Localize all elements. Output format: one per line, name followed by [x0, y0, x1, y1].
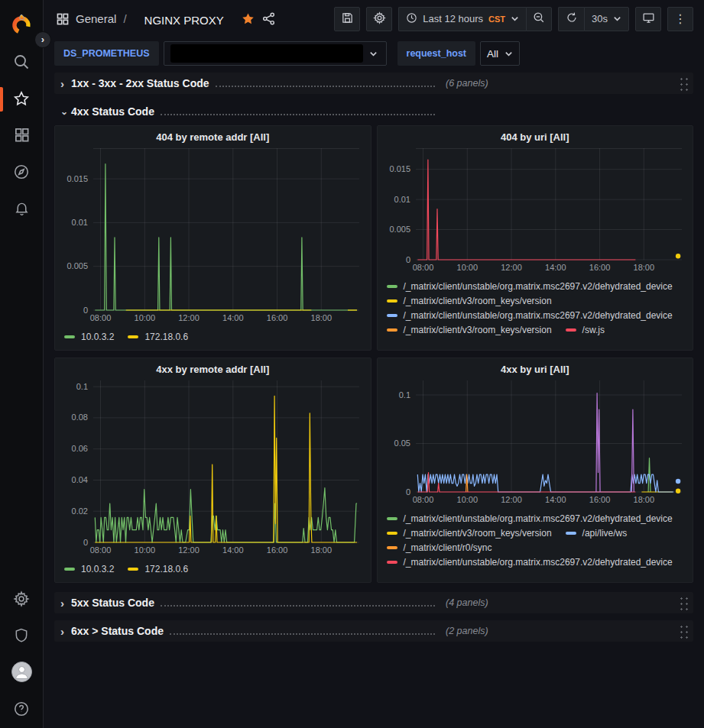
- top-nav-actions: Last 12 hours CST: [334, 7, 693, 31]
- chevron-down-icon: [504, 50, 513, 58]
- gear-icon: [373, 11, 386, 27]
- legend-label: /_matrix/client/v3/room_keys/version: [404, 528, 552, 539]
- breadcrumb-dashboard[interactable]: NGINX PROXY: [134, 11, 235, 27]
- row-drag-handle[interactable]: [678, 623, 689, 639]
- kebab-icon: ⋮: [674, 11, 686, 26]
- sidebar-item-help[interactable]: [0, 691, 44, 728]
- legend-label: /sw.js: [582, 325, 605, 335]
- legend-item[interactable]: /_matrix/client/unstable/org.matrix.msc2…: [387, 281, 673, 292]
- refresh-icon: [566, 11, 578, 26]
- sidebar-item-dashboards[interactable]: [0, 118, 44, 154]
- legend-item[interactable]: /api/live/ws: [566, 528, 628, 539]
- svg-text:08:00: 08:00: [412, 495, 433, 504]
- svg-text:12:00: 12:00: [501, 263, 522, 272]
- legend-item[interactable]: /_matrix/client/unstable/org.matrix.msc2…: [387, 310, 673, 321]
- row-toggle-5xx[interactable]: › 5xx Status Code (4 panels): [54, 597, 693, 610]
- share-icon[interactable]: [261, 11, 276, 26]
- row-toggle-4xx[interactable]: ⌄ 4xx Status Code: [54, 105, 693, 118]
- panel-title[interactable]: 404 by remote addr [All]: [63, 131, 363, 148]
- legend-label: /_matrix/client/v3/room_keys/version: [404, 296, 552, 306]
- panel-4xx-by-remote-addr: 4xx by remote addr [All] 08:0010:0012:00…: [54, 358, 371, 583]
- app-root: ›: [0, 0, 704, 728]
- search-icon: [13, 53, 30, 73]
- row-5xx: › 5xx Status Code (4 panels): [54, 592, 693, 613]
- legend-item[interactable]: /_matrix/client/r0/sync: [387, 542, 492, 553]
- sidebar-item-profile[interactable]: [0, 655, 44, 691]
- zoom-out-time-button[interactable]: [526, 7, 552, 31]
- breadcrumb-section[interactable]: General: [76, 12, 116, 25]
- svg-text:0: 0: [405, 255, 410, 264]
- legend-item[interactable]: /sw.js: [566, 325, 605, 335]
- legend-item[interactable]: /_matrix/client/unstable/org.matrix.msc2…: [387, 557, 673, 568]
- legend-item[interactable]: 10.0.3.2: [64, 564, 114, 574]
- redacted-value: [170, 44, 363, 63]
- sidebar-item-server-admin[interactable]: [0, 618, 44, 655]
- time-range-picker[interactable]: Last 12 hours CST: [398, 7, 526, 31]
- sidebar-item-starred[interactable]: [0, 81, 44, 118]
- svg-text:0.05: 0.05: [394, 438, 410, 448]
- breadcrumb: General / NGINX PROXY: [76, 11, 235, 27]
- tv-mode-button[interactable]: [635, 7, 661, 31]
- request-host-variable-select[interactable]: All: [480, 41, 520, 66]
- panel-title[interactable]: 4xx by remote addr [All]: [63, 364, 363, 380]
- compass-icon: [13, 163, 30, 183]
- datasource-variable-select[interactable]: [164, 41, 387, 66]
- chevron-down-icon: [511, 15, 519, 23]
- svg-text:14:00: 14:00: [545, 495, 566, 504]
- legend-item[interactable]: /_matrix/client/unstable/org.matrix.msc2…: [387, 513, 673, 524]
- sidebar-item-configuration[interactable]: [0, 581, 44, 618]
- legend-item[interactable]: 10.0.3.2: [64, 332, 114, 342]
- star-filled-icon[interactable]: [241, 11, 255, 26]
- chart-canvas[interactable]: 08:0010:0012:0014:0016:0018:0000.050.1: [385, 380, 686, 510]
- sidebar-item-alerting[interactable]: [0, 191, 44, 228]
- save-dashboard-button[interactable]: [334, 7, 360, 31]
- svg-text:14:00: 14:00: [222, 313, 244, 322]
- sidebar-expand-button[interactable]: ›: [34, 31, 51, 48]
- svg-text:0.015: 0.015: [389, 164, 410, 173]
- panel-legend: /_matrix/client/unstable/org.matrix.msc2…: [385, 277, 686, 348]
- chart-canvas[interactable]: 08:0010:0012:0014:0016:0018:0000.020.040…: [63, 380, 363, 560]
- svg-text:0.1: 0.1: [398, 390, 410, 400]
- legend-swatch: [387, 517, 397, 520]
- legend-swatch: [387, 546, 397, 549]
- legend-item[interactable]: /_matrix/client/v3/room_keys/version: [387, 296, 552, 306]
- legend-label: /_matrix/client/v3/room_keys/version: [404, 325, 552, 335]
- chart-canvas[interactable]: 08:0010:0012:0014:0016:0018:0000.0050.01…: [63, 148, 363, 328]
- dashboards-grid-icon: [14, 127, 30, 145]
- svg-text:18:00: 18:00: [633, 263, 654, 272]
- svg-text:12:00: 12:00: [178, 545, 200, 555]
- legend-item[interactable]: /_matrix/client/v3/room_keys/version: [387, 528, 552, 539]
- legend-swatch: [566, 328, 576, 332]
- dashboard-scroll[interactable]: › 1xx - 3xx - 2xx Status Code (6 panels)…: [44, 70, 704, 728]
- dotted-leader: [161, 114, 435, 115]
- chart-canvas[interactable]: 08:0010:0012:0014:0016:0018:0000.0050.01…: [385, 148, 686, 277]
- refresh-button[interactable]: [558, 7, 584, 31]
- sidebar-item-explore[interactable]: [0, 154, 44, 191]
- legend-label: 10.0.3.2: [81, 564, 114, 574]
- row-toggle-1xx[interactable]: › 1xx - 3xx - 2xx Status Code (6 panels): [54, 77, 693, 90]
- chevron-right-icon: ›: [60, 597, 71, 610]
- svg-text:12:00: 12:00: [501, 495, 522, 504]
- apps-grid-icon[interactable]: [56, 12, 70, 26]
- row-toggle-6xx[interactable]: › 6xx > Status Code (2 panels): [54, 625, 693, 638]
- chevron-right-icon: ›: [60, 625, 71, 638]
- save-icon: [341, 11, 354, 27]
- chevron-down-icon: [369, 50, 378, 58]
- refresh-interval-picker[interactable]: 30s: [584, 7, 629, 31]
- svg-text:0.02: 0.02: [72, 506, 88, 516]
- row-title: 6xx > Status Code: [71, 625, 164, 637]
- more-options-button[interactable]: ⋮: [667, 7, 693, 31]
- row-drag-handle[interactable]: [678, 595, 689, 610]
- dashboard-settings-button[interactable]: [366, 7, 392, 31]
- variables-bar: DS_PROMETHEUS request_host All: [44, 37, 704, 70]
- sidebar: ›: [0, 0, 44, 728]
- legend-item[interactable]: /_matrix/client/v3/room_keys/version: [387, 325, 552, 335]
- legend-swatch: [387, 299, 397, 303]
- row-drag-handle[interactable]: [678, 76, 689, 91]
- panel-title[interactable]: 404 by uri [All]: [385, 131, 686, 148]
- panel-title[interactable]: 4xx by uri [All]: [385, 364, 686, 380]
- sidebar-item-search[interactable]: [0, 44, 44, 81]
- legend-item[interactable]: 172.18.0.6: [128, 332, 188, 342]
- legend-item[interactable]: 172.18.0.6: [128, 564, 188, 574]
- legend-label: 172.18.0.6: [144, 332, 188, 342]
